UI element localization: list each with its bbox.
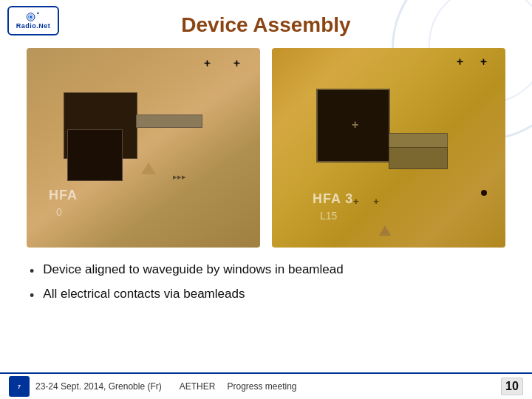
page-number: 10 [501, 378, 523, 395]
crosshair-right-2: + [480, 55, 492, 67]
right-microscope-image: + + + + + HFA 3 L15 [272, 48, 505, 248]
crosshair-right-1: + [457, 55, 468, 67]
bottom-logo-icon: 7 [9, 376, 30, 397]
right-label-num: L15 [320, 210, 337, 222]
arrow-marker-right [379, 225, 391, 236]
device-arm-left [136, 115, 202, 128]
crosshair-1: + [204, 57, 216, 69]
bullet-dot-1: • [30, 264, 34, 279]
device-sub-left [67, 129, 123, 181]
left-microscope-image: + + HFA 0 ▸▸▸ [27, 48, 260, 248]
dot-marker-right [481, 190, 487, 196]
device-arm-h-right [389, 133, 448, 148]
device-arm-v-right [389, 147, 448, 169]
bottom-left: 7 23-24 Sept. 2014, Grenoble (Fr) AETHER… [9, 376, 297, 397]
footer-date: 23-24 Sept. 2014, Grenoble (Fr) [35, 381, 162, 392]
left-label-hfa: HFA [49, 188, 78, 203]
footer-meeting: Progress meeting [227, 381, 296, 392]
arrow-marker [141, 163, 156, 174]
plus-markers: + + [353, 196, 385, 207]
arrow-markers-row: ▸▸▸ [173, 172, 186, 182]
bullet-item-1: • Device aligned to waveguide by windows… [30, 262, 502, 279]
images-container: + + HFA 0 ▸▸▸ + + + + + HFA 3 L15 [15, 48, 517, 248]
bullet-text-2: All electrical contacts via beamleads [43, 287, 245, 301]
footer-project: AETHER [180, 381, 216, 392]
left-label-num: 0 [56, 206, 62, 218]
bottom-logo-text: 7 [18, 384, 21, 389]
bullet-dot-2: • [30, 288, 34, 304]
right-label-hfa: HFA 3 [313, 191, 353, 207]
crosshair-2: + [233, 57, 245, 69]
bullet-item-2: • All electrical contacts via beamleads [30, 287, 502, 304]
inner-crosshair: + [352, 118, 358, 132]
page-title: Device Assembly [0, 13, 532, 37]
bullet-text-1: Device aligned to waveguide by windows i… [43, 262, 343, 277]
bullets-section: • Device aligned to waveguide by windows… [30, 262, 502, 311]
bottom-bar: 7 23-24 Sept. 2014, Grenoble (Fr) AETHER… [0, 372, 532, 399]
